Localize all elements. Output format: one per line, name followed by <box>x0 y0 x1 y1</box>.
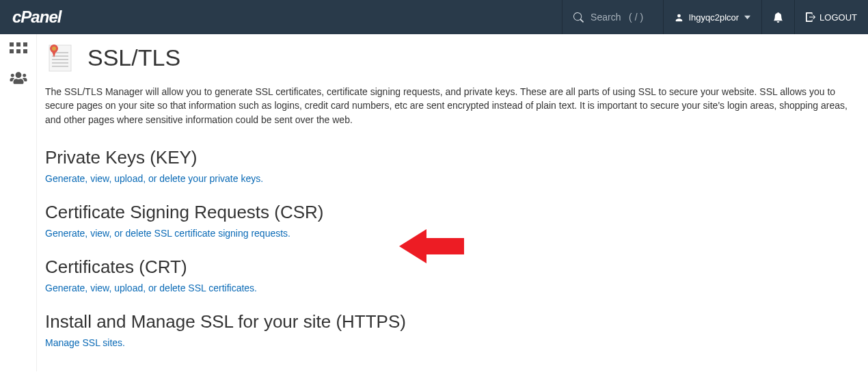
bell-icon <box>773 12 783 23</box>
section-heading-https: Install and Manage SSL for your site (HT… <box>45 311 853 332</box>
logout-label: LOGOUT <box>819 12 857 23</box>
user-icon <box>675 13 683 22</box>
annotation-arrow <box>399 226 467 270</box>
svg-rect-5 <box>23 49 27 53</box>
private-keys-link[interactable]: Generate, view, upload, or delete your p… <box>45 173 263 184</box>
sidebar-apps-grid[interactable] <box>10 42 27 59</box>
svg-rect-9 <box>52 59 68 60</box>
section-heading-csr: Certificate Signing Requests (CSR) <box>45 202 853 223</box>
username-label: lhgyqc2plcor <box>689 12 739 23</box>
logout-button[interactable]: LOGOUT <box>794 0 868 34</box>
search-input[interactable] <box>591 12 652 23</box>
sidebar-users[interactable] <box>9 71 28 88</box>
notifications-button[interactable] <box>761 0 794 34</box>
search-box[interactable] <box>562 0 663 34</box>
svg-rect-4 <box>16 49 21 53</box>
ssl-tls-icon <box>45 42 75 73</box>
svg-rect-10 <box>52 62 68 64</box>
intro-text: The SSL/TLS Manager will allow you to ge… <box>45 85 853 127</box>
svg-rect-0 <box>10 42 14 47</box>
main-content: SSL/TLS The SSL/TLS Manager will allow y… <box>37 34 868 371</box>
user-menu[interactable]: lhgyqc2plcor <box>663 0 761 34</box>
left-sidebar <box>0 34 37 371</box>
svg-marker-14 <box>399 229 464 263</box>
certificates-link[interactable]: Generate, view, upload, or delete SSL ce… <box>45 283 257 293</box>
svg-rect-1 <box>16 42 21 47</box>
topbar: cPanel lhgyqc2plcor <box>0 0 868 34</box>
search-icon <box>573 12 584 23</box>
logout-icon <box>806 12 815 22</box>
logo-text: cPanel <box>12 8 61 27</box>
section-heading-key: Private Keys (KEY) <box>45 147 853 168</box>
page-title: SSL/TLS <box>87 44 180 71</box>
svg-rect-3 <box>10 49 14 53</box>
manage-ssl-link[interactable]: Manage SSL sites. <box>45 337 125 348</box>
csr-link[interactable]: Generate, view, or delete SSL certificat… <box>45 228 290 239</box>
caret-down-icon <box>744 14 750 21</box>
svg-rect-2 <box>23 42 27 47</box>
page-header: SSL/TLS <box>45 42 853 73</box>
cpanel-logo[interactable]: cPanel <box>0 8 73 27</box>
svg-rect-11 <box>52 66 68 67</box>
svg-point-13 <box>52 47 56 51</box>
